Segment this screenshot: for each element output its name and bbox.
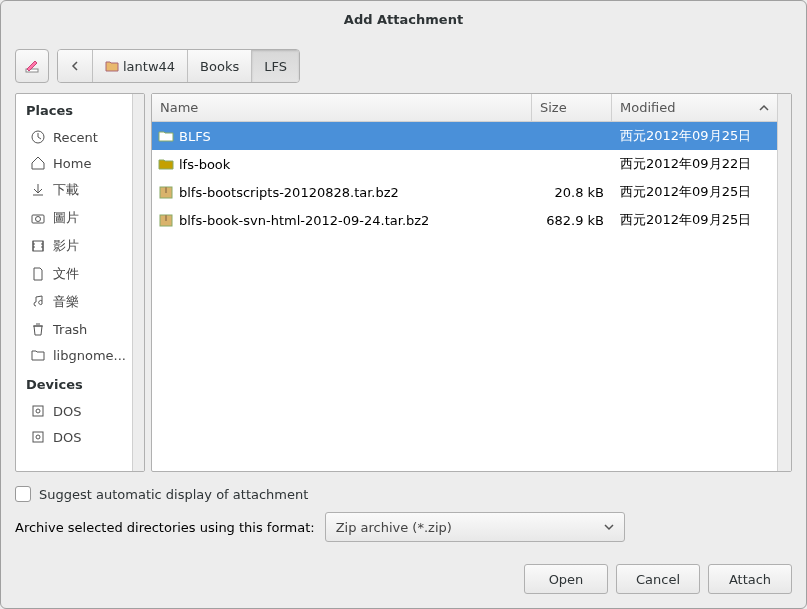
sidebar-scrollbar[interactable] — [132, 94, 144, 471]
svg-point-6 — [36, 409, 40, 413]
path-segment-lfs[interactable]: LFS — [252, 50, 299, 82]
suggest-label: Suggest automatic display of attachment — [39, 487, 308, 502]
archive-icon — [158, 212, 174, 228]
music-icon — [30, 294, 46, 310]
sidebar-device-1[interactable]: DOS — [16, 424, 132, 450]
edit-filename-button[interactable] — [15, 49, 49, 83]
pencil-icon — [24, 58, 40, 74]
folder-icon — [30, 347, 46, 363]
sidebar-item-圖片[interactable]: 圖片 — [16, 204, 132, 232]
svg-rect-7 — [33, 432, 43, 442]
archive-format-combo[interactable]: Zip archive (*.zip) — [325, 512, 625, 542]
download-icon — [30, 182, 46, 198]
col-size-header[interactable]: Size — [532, 94, 612, 121]
svg-point-3 — [36, 217, 41, 222]
sidebar-device-0[interactable]: DOS — [16, 398, 132, 424]
filelist-scrollbar[interactable] — [777, 94, 791, 471]
sidebar-item-libgnome...[interactable]: libgnome... — [16, 342, 132, 368]
svg-rect-4 — [33, 241, 43, 251]
film-icon — [30, 238, 46, 254]
home-folder-icon — [105, 59, 119, 73]
chevron-left-icon — [70, 61, 80, 71]
folder-icon — [158, 156, 174, 172]
suggest-checkbox[interactable] — [15, 486, 31, 502]
sort-asc-icon — [759, 103, 769, 113]
disk-icon — [30, 403, 46, 419]
file-row[interactable]: lfs-book西元2012年09月22日 — [152, 150, 777, 178]
clock-icon — [30, 129, 46, 145]
col-name-header[interactable]: Name — [152, 94, 532, 121]
file-list-pane: Name Size Modified BLFS西元2012年09月25日lfs-… — [151, 93, 792, 472]
cancel-button[interactable]: Cancel — [616, 564, 700, 594]
title-bar: Add Attachment — [1, 1, 806, 37]
svg-rect-12 — [165, 215, 167, 221]
path-back-button[interactable] — [58, 50, 93, 82]
camera-icon — [30, 210, 46, 226]
home-icon — [30, 155, 46, 171]
path-segment-home[interactable]: lantw44 — [93, 50, 188, 82]
path-bar: lantw44 Books LFS — [57, 49, 300, 83]
window-title: Add Attachment — [344, 12, 463, 27]
sidebar-item-recent[interactable]: Recent — [16, 124, 132, 150]
file-row[interactable]: blfs-bootscripts-20120828.tar.bz220.8 kB… — [152, 178, 777, 206]
sidebar-item-下載[interactable]: 下載 — [16, 176, 132, 204]
folder-icon — [158, 128, 174, 144]
sidebar-item-trash[interactable]: Trash — [16, 316, 132, 342]
sidebar-item-home[interactable]: Home — [16, 150, 132, 176]
col-modified-header[interactable]: Modified — [612, 94, 777, 121]
places-sidebar: Places RecentHome下載圖片影片文件音樂Trashlibgnome… — [15, 93, 145, 472]
attach-button[interactable]: Attach — [708, 564, 792, 594]
suggest-checkbox-row[interactable]: Suggest automatic display of attachment — [15, 486, 792, 502]
dialog-actions: Open Cancel Attach — [1, 554, 806, 608]
svg-rect-10 — [165, 187, 167, 193]
svg-rect-5 — [33, 406, 43, 416]
file-row[interactable]: BLFS西元2012年09月25日 — [152, 122, 777, 150]
trash-icon — [30, 321, 46, 337]
format-label: Archive selected directories using this … — [15, 520, 315, 535]
file-row[interactable]: blfs-book-svn-html-2012-09-24.tar.bz2682… — [152, 206, 777, 234]
disk-icon — [30, 429, 46, 445]
toolbar: lantw44 Books LFS — [15, 49, 792, 83]
places-heading: Places — [16, 94, 132, 124]
sidebar-item-音樂[interactable]: 音樂 — [16, 288, 132, 316]
sidebar-item-文件[interactable]: 文件 — [16, 260, 132, 288]
svg-point-8 — [36, 435, 40, 439]
open-button[interactable]: Open — [524, 564, 608, 594]
path-segment-books[interactable]: Books — [188, 50, 252, 82]
sidebar-item-影片[interactable]: 影片 — [16, 232, 132, 260]
column-headers: Name Size Modified — [152, 94, 777, 122]
archive-icon — [158, 184, 174, 200]
doc-icon — [30, 266, 46, 282]
devices-heading: Devices — [16, 368, 132, 398]
chevron-down-icon — [604, 522, 614, 532]
